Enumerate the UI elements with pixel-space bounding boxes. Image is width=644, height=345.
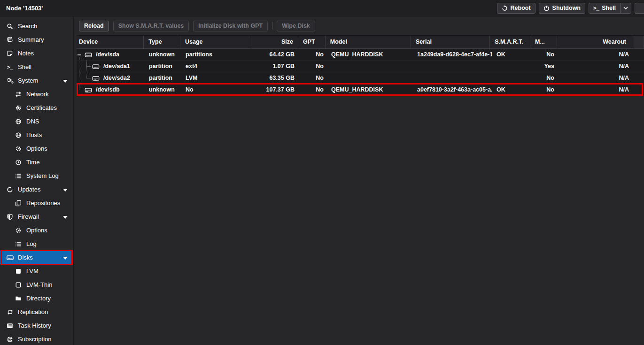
show-smart-values-button[interactable]: Show S.M.A.R.T. values [113, 21, 189, 31]
cell-model [326, 72, 412, 84]
sidebar-item-lvm-thin[interactable]: LVM-Thin [0, 278, 73, 291]
topbar: Node '14503' Reboot Shutdown >_ Shell [0, 0, 644, 16]
shell-button[interactable]: >_ Shell [589, 3, 620, 13]
refresh-icon [6, 186, 14, 193]
cell-serial: a0ef7810-3a2f-463a-ac05-a... [412, 84, 492, 95]
chevron-down-icon [623, 5, 628, 11]
gear-icon [14, 146, 23, 152]
cell-mounted: No [532, 72, 559, 84]
hdd-icon [85, 84, 92, 95]
power-icon [543, 5, 550, 11]
cell-serial [412, 61, 492, 72]
cell-size: 107.37 GB [252, 84, 299, 95]
hdd-icon [85, 49, 92, 60]
sidebar-item-lvm[interactable]: LVM [0, 264, 73, 278]
sidebar-item-certificates[interactable]: Certificates [0, 101, 73, 115]
sidebar-item-hosts[interactable]: Hosts [0, 128, 73, 142]
column-header-usage[interactable]: Usage [180, 36, 251, 48]
support-icon [6, 336, 14, 343]
caret-down-icon [63, 189, 68, 192]
sidebar-item-summary[interactable]: Summary [0, 33, 73, 46]
cell-type: unknown [144, 84, 181, 95]
sidebar-item-replication[interactable]: Replication [0, 305, 73, 319]
sidebar-item-notes[interactable]: Notes [0, 46, 73, 60]
clock-icon [14, 159, 23, 166]
gears-icon [6, 77, 14, 84]
reboot-button[interactable]: Reboot [497, 3, 535, 14]
sidebar-item-firewall[interactable]: Firewall [0, 210, 73, 223]
terminal-icon: >_ [6, 64, 14, 70]
cell-smart: OK [492, 49, 532, 60]
column-header-mounted[interactable]: M... [530, 36, 557, 48]
sidebar-item-time[interactable]: Time [0, 155, 73, 169]
cell-usage: LVM [181, 72, 252, 84]
cell-smart: OK [492, 84, 532, 95]
column-header-gpt[interactable]: GPT [298, 36, 326, 48]
cell-device: /dev/sda [77, 49, 144, 60]
column-header-wearout[interactable]: Wearout [557, 36, 634, 48]
sidebar-item-repositories[interactable]: Repositories [0, 196, 73, 210]
note-icon [6, 50, 14, 57]
table-row-sda[interactable]: /dev/sda unknown partitions 64.42 GB No … [77, 49, 644, 61]
cell-usage: ext4 [181, 61, 252, 72]
sidebar-item-system[interactable]: System [0, 74, 73, 87]
tree-expander[interactable] [78, 54, 81, 55]
sidebar-item-disks[interactable]: Disks [0, 251, 73, 264]
reboot-icon [502, 5, 508, 11]
sidebar-item-firewall-log[interactable]: Log [0, 237, 73, 251]
initialize-disk-gpt-button[interactable]: Initialize Disk with GPT [193, 21, 268, 31]
column-header-serial[interactable]: Serial [411, 36, 490, 48]
sidebar-item-options[interactable]: Options [0, 142, 73, 155]
cell-mounted: No [532, 84, 559, 95]
wipe-disk-button[interactable]: Wipe Disk [277, 21, 315, 31]
certificate-icon [14, 105, 23, 111]
column-header-type[interactable]: Type [144, 36, 180, 48]
sidebar-item-search[interactable]: Search [0, 19, 73, 33]
terminal-icon: >_ [593, 5, 599, 11]
cell-usage: partitions [181, 49, 252, 60]
square-icon [14, 268, 23, 275]
sidebar-item-network[interactable]: Network [0, 87, 73, 101]
cell-wearout: N/A [559, 49, 636, 60]
column-header-device[interactable]: Device [77, 36, 144, 48]
folder-icon [14, 295, 23, 302]
disks-table: Device Type Usage Size GPT Model Serial … [77, 35, 644, 96]
cell-size: 1.07 GB [252, 61, 299, 72]
sidebar-item-dns[interactable]: DNS [0, 115, 73, 128]
column-header-size[interactable]: Size [251, 36, 298, 48]
globe-icon [14, 118, 23, 125]
table-row-sda1[interactable]: /dev/sda1 partition ext4 1.07 GB No Yes … [77, 61, 644, 72]
column-header-model[interactable]: Model [326, 36, 411, 48]
page-title: Node '14503' [6, 5, 43, 12]
cell-model: QEMU_HARDDISK [326, 49, 412, 60]
table-header: Device Type Usage Size GPT Model Serial … [77, 36, 644, 49]
shield-icon [6, 214, 14, 220]
exchange-arrows-icon [14, 91, 23, 98]
cell-device: /dev/sda1 [77, 61, 144, 72]
cell-usage: No [181, 84, 252, 95]
hdd-icon [6, 254, 14, 261]
cell-model: QEMU_HARDDISK [326, 84, 412, 95]
sidebar-item-system-log[interactable]: System Log [0, 169, 73, 183]
sidebar-item-firewall-options[interactable]: Options [0, 223, 73, 237]
column-header-smart[interactable]: S.M.A.R.T. [490, 36, 530, 48]
reload-button[interactable]: Reload [79, 21, 109, 31]
sidebar-item-directory[interactable]: Directory [0, 291, 73, 305]
sidebar-item-shell[interactable]: >_ Shell [0, 60, 73, 74]
shutdown-button[interactable]: Shutdown [539, 3, 585, 14]
copy-icon [14, 200, 23, 207]
list-alt-icon [6, 322, 14, 329]
hdd-icon [92, 72, 100, 84]
sidebar-item-subscription[interactable]: Subscription [0, 332, 73, 345]
partial-button[interactable] [635, 3, 644, 14]
table-row-sda2[interactable]: /dev/sda2 partition LVM 63.35 GB No No N… [77, 72, 644, 84]
table-row-sdb[interactable]: /dev/sdb unknown No 107.37 GB No QEMU_HA… [77, 84, 644, 96]
sidebar-item-updates[interactable]: Updates [0, 183, 73, 196]
sidebar-item-task-history[interactable]: Task History [0, 319, 73, 332]
retweet-icon [6, 309, 14, 315]
cell-type: partition [144, 72, 181, 84]
disks-toolbar: Reload Show S.M.A.R.T. values Initialize… [77, 16, 644, 35]
cell-serial [412, 72, 492, 84]
shell-dropdown-button[interactable] [621, 3, 631, 13]
caret-down-icon [63, 216, 68, 219]
